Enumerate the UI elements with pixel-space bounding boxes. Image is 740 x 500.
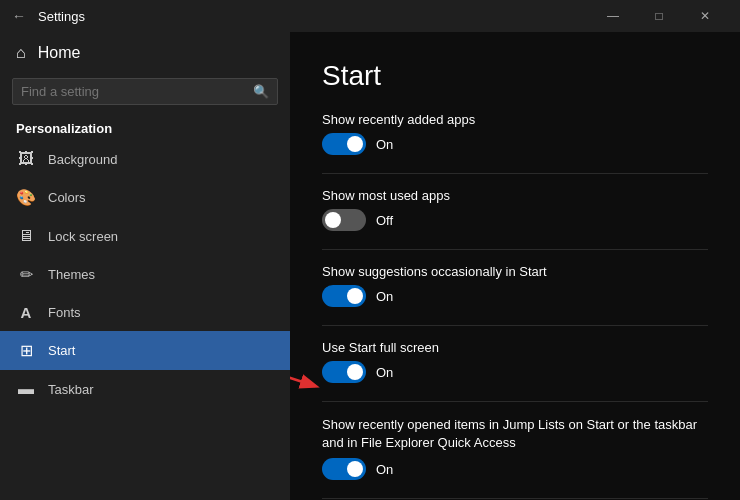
colors-label: Colors: [48, 190, 86, 205]
colors-icon: 🎨: [16, 188, 36, 207]
sidebar-item-colors[interactable]: 🎨 Colors: [0, 178, 290, 217]
setting-label-recently-added: Show recently added apps: [322, 112, 708, 127]
divider-4: [322, 401, 708, 402]
search-input[interactable]: [21, 84, 247, 99]
close-button[interactable]: ✕: [682, 0, 728, 32]
toggle-knob: [325, 212, 341, 228]
taskbar-label: Taskbar: [48, 382, 94, 397]
toggle-row-fullscreen: On: [322, 361, 708, 383]
toggle-knob: [347, 136, 363, 152]
toggle-jumplists[interactable]: [322, 458, 366, 480]
toggle-knob: [347, 461, 363, 477]
maximize-button[interactable]: □: [636, 0, 682, 32]
setting-label-suggestions: Show suggestions occasionally in Start: [322, 264, 708, 279]
window-controls: — □ ✕: [590, 0, 728, 32]
toggle-row-suggestions: On: [322, 285, 708, 307]
background-icon: 🖼: [16, 150, 36, 168]
taskbar-icon: ▬: [16, 380, 36, 398]
setting-most-used: Show most used apps Off: [322, 188, 708, 231]
fonts-icon: A: [16, 304, 36, 321]
minimize-button[interactable]: —: [590, 0, 636, 32]
search-box[interactable]: 🔍: [12, 78, 278, 105]
start-label: Start: [48, 343, 75, 358]
sidebar-item-fonts[interactable]: A Fonts: [0, 294, 290, 331]
lockscreen-label: Lock screen: [48, 229, 118, 244]
setting-label-most-used: Show most used apps: [322, 188, 708, 203]
divider-1: [322, 173, 708, 174]
lockscreen-icon: 🖥: [16, 227, 36, 245]
toggle-most-used[interactable]: [322, 209, 366, 231]
content-area: Start Show recently added apps On Show m…: [290, 32, 740, 500]
toggle-state-most-used: Off: [376, 213, 393, 228]
background-label: Background: [48, 152, 117, 167]
sidebar: ⌂ Home 🔍 Personalization 🖼 Background 🎨 …: [0, 32, 290, 500]
divider-5: [322, 498, 708, 499]
svg-line-1: [290, 359, 315, 386]
setting-jumplists: Show recently opened items in Jump Lists…: [322, 416, 708, 480]
sidebar-item-home[interactable]: ⌂ Home: [0, 32, 290, 74]
back-button[interactable]: ←: [12, 8, 26, 24]
divider-2: [322, 249, 708, 250]
divider-3: [322, 325, 708, 326]
toggle-state-suggestions: On: [376, 289, 393, 304]
title-bar: ← Settings — □ ✕: [0, 0, 740, 32]
toggle-fullscreen[interactable]: [322, 361, 366, 383]
themes-icon: ✏: [16, 265, 36, 284]
page-title: Start: [322, 60, 708, 92]
fonts-label: Fonts: [48, 305, 81, 320]
main-layout: ⌂ Home 🔍 Personalization 🖼 Background 🎨 …: [0, 32, 740, 500]
setting-label-fullscreen: Use Start full screen: [322, 340, 708, 355]
toggle-row-most-used: Off: [322, 209, 708, 231]
sidebar-item-themes[interactable]: ✏ Themes: [0, 255, 290, 294]
sidebar-item-lockscreen[interactable]: 🖥 Lock screen: [0, 217, 290, 255]
setting-recently-added: Show recently added apps On: [322, 112, 708, 155]
sidebar-item-start[interactable]: ⊞ Start: [0, 331, 290, 370]
sidebar-item-background[interactable]: 🖼 Background: [0, 140, 290, 178]
toggle-knob: [347, 288, 363, 304]
setting-label-jumplists: Show recently opened items in Jump Lists…: [322, 416, 702, 452]
sidebar-item-taskbar[interactable]: ▬ Taskbar: [0, 370, 290, 408]
setting-fullscreen: Use Start full screen On: [322, 340, 708, 383]
app-title: Settings: [38, 9, 590, 24]
themes-label: Themes: [48, 267, 95, 282]
toggle-state-recently-added: On: [376, 137, 393, 152]
toggle-state-jumplists: On: [376, 462, 393, 477]
setting-suggestions: Show suggestions occasionally in Start O…: [322, 264, 708, 307]
home-label: Home: [38, 44, 81, 62]
home-icon: ⌂: [16, 44, 26, 62]
start-icon: ⊞: [16, 341, 36, 360]
toggle-suggestions[interactable]: [322, 285, 366, 307]
section-label: Personalization: [0, 113, 290, 140]
toggle-state-fullscreen: On: [376, 365, 393, 380]
toggle-recently-added[interactable]: [322, 133, 366, 155]
search-icon: 🔍: [253, 84, 269, 99]
toggle-knob: [347, 364, 363, 380]
toggle-row-jumplists: On: [322, 458, 708, 480]
toggle-row-recently-added: On: [322, 133, 708, 155]
